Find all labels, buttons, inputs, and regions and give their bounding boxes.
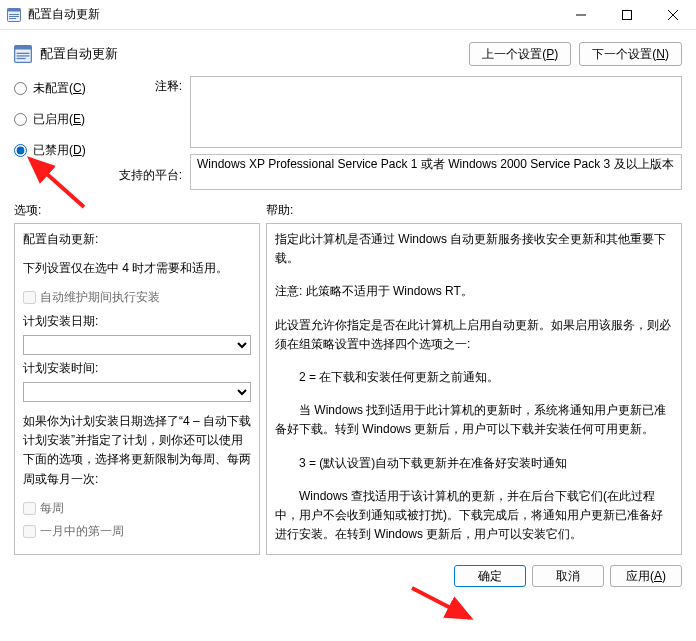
radio-disabled[interactable] [14,144,27,157]
schedule-day-label: 计划安装日期: [23,312,98,331]
checkbox-first-week-label: 一月中的第一周 [40,522,124,541]
svg-rect-11 [17,53,30,54]
comment-label: 注释: [155,78,182,95]
cancel-button[interactable]: 取消 [532,565,604,587]
checkbox-auto-maintenance[interactable] [23,291,36,304]
ok-button[interactable]: 确定 [454,565,526,587]
header: 配置自动更新 上一个设置(P) 下一个设置(N) [0,30,696,74]
svg-rect-2 [9,14,19,15]
window-title: 配置自动更新 [28,6,100,23]
options-paragraph: 如果你为计划安装日期选择了“4 – 自动下载计划安装”并指定了计划，则你还可以使… [23,412,251,489]
footer: 确定 取消 应用(A) [0,555,696,597]
apply-button[interactable]: 应用(A) [610,565,682,587]
svg-rect-6 [623,10,632,19]
help-text: 2 = 在下载和安装任何更新之前通知。 [275,368,673,387]
radio-not-configured-label[interactable]: 未配置(C) [33,80,86,97]
checkbox-auto-maintenance-label: 自动维护期间执行安装 [40,288,160,307]
svg-rect-13 [17,58,26,59]
options-heading: 配置自动更新: [23,230,251,249]
titlebar: 配置自动更新 [0,0,696,30]
panes: 配置自动更新: 下列设置仅在选中 4 时才需要和适用。 自动维护期间执行安装 计… [0,223,696,555]
options-pane[interactable]: 配置自动更新: 下列设置仅在选中 4 时才需要和适用。 自动维护期间执行安装 计… [14,223,260,555]
svg-rect-12 [17,55,30,56]
state-radio-group: 未配置(C) 已启用(E) 已禁用(D) [14,76,110,190]
schedule-time-label: 计划安装时间: [23,359,98,378]
radio-not-configured[interactable] [14,82,27,95]
policy-title: 配置自动更新 [40,45,118,63]
previous-setting-button[interactable]: 上一个设置(P) [469,42,571,66]
supported-on-text: Windows XP Professional Service Pack 1 或… [190,154,682,190]
schedule-day-select[interactable] [23,335,251,355]
svg-rect-3 [9,16,19,17]
top-area: 未配置(C) 已启用(E) 已禁用(D) 注释: 支持的平台: Windows … [0,74,696,194]
checkbox-first-week[interactable] [23,525,36,538]
comment-input[interactable] [190,76,682,148]
help-text: 当 Windows 找到适用于此计算机的更新时，系统将通知用户更新已准备好下载。… [275,401,673,439]
help-pane[interactable]: 指定此计算机是否通过 Windows 自动更新服务接收安全更新和其他重要下载。 … [266,223,682,555]
checkbox-weekly-label: 每周 [40,499,64,518]
help-text: Windows 查找适用于该计算机的更新，并在后台下载它们(在此过程中，用户不会… [275,487,673,545]
svg-rect-4 [9,18,16,19]
help-text: 此设置允许你指定是否在此计算机上启用自动更新。如果启用该服务，则必须在组策略设置… [275,316,673,354]
policy-icon [6,7,22,23]
radio-disabled-label[interactable]: 已禁用(D) [33,142,86,159]
help-text: 注意: 此策略不适用于 Windows RT。 [275,282,673,301]
help-text: 指定此计算机是否通过 Windows 自动更新服务接收安全更新和其他重要下载。 [275,230,673,268]
policy-icon [14,45,32,63]
svg-rect-10 [15,46,32,50]
next-setting-button[interactable]: 下一个设置(N) [579,42,682,66]
checkbox-weekly[interactable] [23,502,36,515]
minimize-button[interactable] [558,0,604,30]
options-note: 下列设置仅在选中 4 时才需要和适用。 [23,259,251,278]
help-text: 3 = (默认设置)自动下载更新并在准备好安装时通知 [275,454,673,473]
supported-label: 支持的平台: [119,167,182,184]
maximize-button[interactable] [604,0,650,30]
radio-enabled-label[interactable]: 已启用(E) [33,111,85,128]
help-label: 帮助: [266,202,682,219]
schedule-time-select[interactable] [23,382,251,402]
options-label: 选项: [14,202,266,219]
radio-enabled[interactable] [14,113,27,126]
svg-rect-1 [8,8,21,11]
close-button[interactable] [650,0,696,30]
